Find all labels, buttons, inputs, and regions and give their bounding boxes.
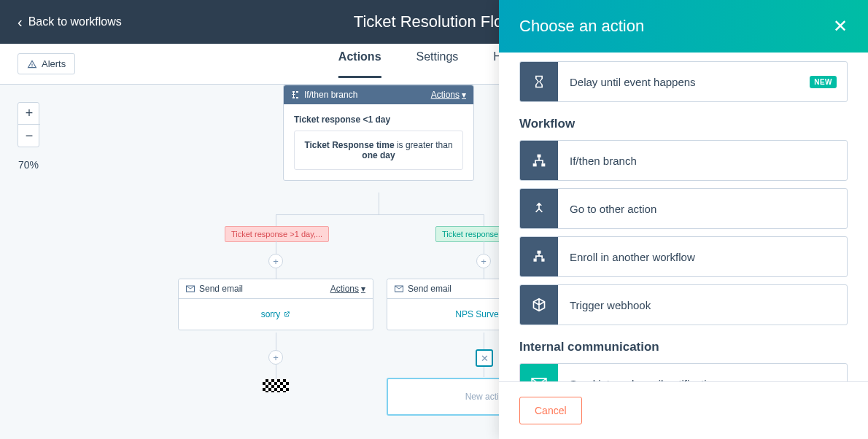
- external-link-icon: [283, 311, 290, 318]
- section-internal-communication: Internal communication: [519, 340, 848, 354]
- node-actions-dropdown[interactable]: Actions ▾: [431, 90, 466, 100]
- criteria-box: Ticket Response time is greater than one…: [294, 131, 463, 170]
- branch-label-right[interactable]: Ticket response: [435, 226, 505, 242]
- node-type-label: If/then branch: [304, 90, 357, 100]
- node-send-email-left[interactable]: Send email Actions ▾ sorry: [178, 279, 373, 330]
- svg-rect-3: [538, 251, 541, 254]
- condition-title: Ticket response <1 day: [294, 114, 463, 125]
- section-workflow: Workflow: [519, 117, 848, 131]
- branch-label-left[interactable]: Ticket response >1 day,...: [225, 226, 329, 242]
- back-label: Back to workflows: [28, 15, 122, 28]
- action-if-then-branch[interactable]: If/then branch: [519, 140, 848, 181]
- node-if-then-branch[interactable]: If/then branch Actions ▾ Ticket response…: [283, 85, 474, 181]
- action-internal-email[interactable]: Send internal email notification: [519, 363, 848, 381]
- merge-icon: [520, 188, 558, 229]
- finish-flag-icon: [263, 379, 289, 392]
- connector: [484, 367, 484, 377]
- connector: [276, 333, 276, 350]
- action-label: Go to other action: [558, 203, 847, 215]
- action-label: If/then branch: [558, 155, 847, 167]
- node-actions-dropdown[interactable]: Actions ▾: [330, 284, 365, 294]
- chevron-left-icon: ‹: [18, 14, 23, 31]
- svg-rect-5: [541, 259, 544, 262]
- email-icon: [186, 285, 195, 292]
- node-body: Ticket response <1 day Ticket Response t…: [284, 104, 473, 180]
- new-badge: NEW: [810, 76, 837, 88]
- add-action-button[interactable]: +: [268, 350, 283, 365]
- panel-body[interactable]: Delay until event happens NEW Workflow I…: [499, 53, 868, 381]
- email-icon: [520, 363, 558, 381]
- hourglass-icon: [520, 61, 558, 102]
- node-body: sorry: [179, 299, 373, 330]
- add-action-button-selected[interactable]: ✕: [476, 349, 493, 367]
- node-header: If/then branch Actions ▾: [284, 85, 473, 104]
- connector: [276, 214, 484, 215]
- action-enroll-workflow[interactable]: Enroll in another workflow: [519, 236, 848, 277]
- connector: [484, 333, 484, 350]
- cube-icon: [520, 284, 558, 325]
- action-delay-until-event[interactable]: Delay until event happens NEW: [519, 61, 848, 102]
- action-label: Delay until event happens: [558, 76, 810, 88]
- svg-rect-2: [541, 163, 545, 166]
- connector: [276, 241, 276, 255]
- email-link[interactable]: sorry: [189, 309, 363, 319]
- connector: [484, 268, 484, 279]
- action-go-to-other[interactable]: Go to other action: [519, 188, 848, 229]
- svg-rect-4: [534, 259, 537, 262]
- action-label: Trigger webhook: [558, 299, 847, 311]
- panel-footer: Cancel: [499, 381, 868, 439]
- panel-title: Choose an action: [519, 17, 644, 36]
- choose-action-panel: Choose an action ✕ Delay until event hap…: [499, 0, 868, 439]
- action-trigger-webhook[interactable]: Trigger webhook: [519, 284, 848, 325]
- add-action-button[interactable]: +: [268, 254, 283, 268]
- cancel-button[interactable]: Cancel: [519, 397, 582, 424]
- action-label: Enroll in another workflow: [558, 251, 847, 263]
- alerts-button[interactable]: Alerts: [18, 53, 75, 74]
- tab-actions[interactable]: Actions: [338, 50, 381, 78]
- connector: [379, 193, 379, 214]
- node-type-label: Send email: [408, 284, 452, 294]
- caret-down-icon: ▾: [361, 284, 365, 294]
- back-to-workflows-link[interactable]: ‹ Back to workflows: [18, 14, 122, 31]
- svg-rect-0: [538, 155, 541, 158]
- tab-settings[interactable]: Settings: [416, 50, 459, 78]
- node-header: Send email Actions ▾: [179, 279, 373, 299]
- connector: [276, 365, 276, 379]
- branch-icon: [291, 90, 300, 99]
- node-type-label: Send email: [199, 284, 243, 294]
- warning-icon: [27, 59, 37, 69]
- email-icon: [395, 285, 403, 292]
- connector: [484, 241, 484, 255]
- enroll-icon: [520, 236, 558, 277]
- branch-icon: [520, 140, 558, 181]
- caret-down-icon: ▾: [462, 90, 466, 100]
- svg-rect-1: [533, 163, 537, 166]
- add-action-button[interactable]: +: [476, 254, 491, 268]
- panel-header: Choose an action ✕: [499, 0, 868, 53]
- close-icon[interactable]: ✕: [833, 16, 848, 36]
- connector: [276, 268, 276, 279]
- page-title: Ticket Resolution Flow: [354, 12, 514, 31]
- alerts-label: Alerts: [42, 58, 66, 69]
